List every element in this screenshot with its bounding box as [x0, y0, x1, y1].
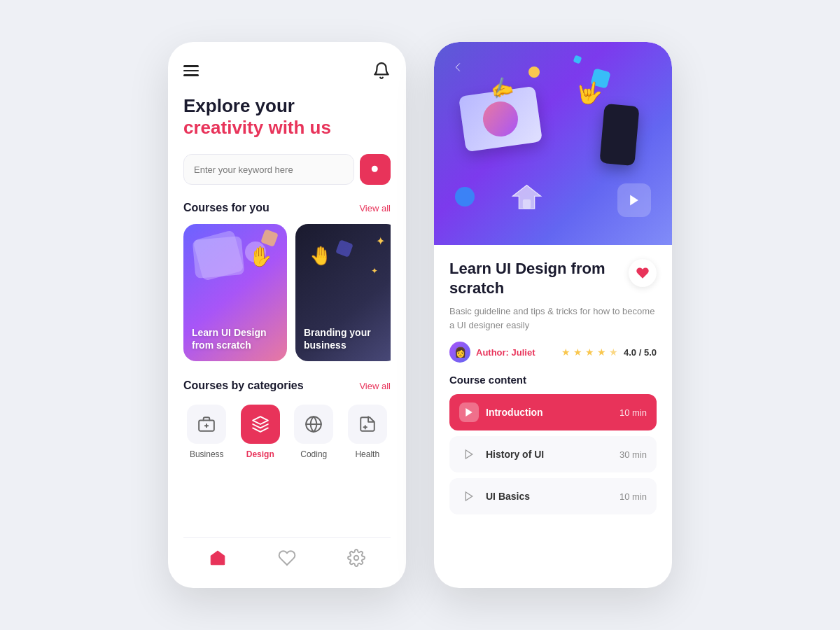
nav-settings[interactable]	[347, 549, 365, 567]
search-button[interactable]	[360, 154, 391, 185]
svg-marker-9	[630, 195, 638, 206]
business-label: Business	[190, 449, 224, 459]
search-input[interactable]	[183, 154, 354, 185]
nav-favorites[interactable]	[278, 549, 296, 567]
courses-row: ✋ Learn UI Design from scratch 🤚 ✦ ✦ Bra…	[183, 224, 391, 361]
course-description: Basic guideline and tips & tricks for ho…	[449, 304, 657, 332]
svg-marker-12	[465, 492, 472, 500]
course-card-1[interactable]: ✋ Learn UI Design from scratch	[183, 224, 287, 361]
lesson-history[interactable]: History of UI 30 min	[449, 436, 657, 472]
courses-view-all[interactable]: View all	[359, 203, 391, 214]
hero-hand-obj: 🤟	[576, 80, 602, 105]
health-icon-box	[348, 405, 387, 444]
category-health[interactable]: Health	[344, 405, 391, 459]
categories-row: Business Design Coding	[183, 405, 391, 459]
hero-play-button[interactable]	[617, 183, 651, 217]
play-icon-basics	[459, 486, 479, 506]
svg-marker-10	[465, 408, 472, 416]
course-hero-image: ✍️ 🤟	[434, 42, 672, 245]
right-phone: ✍️ 🤟 Learn UI Design from scratch Basic …	[434, 42, 672, 588]
lesson-introduction-label: Introduction	[486, 407, 543, 418]
play-icon-introduction	[459, 402, 479, 422]
left-phone: Explore your creativity with us Courses …	[168, 42, 406, 588]
notification-icon[interactable]	[372, 62, 391, 80]
health-label: Health	[355, 449, 379, 459]
lesson-basics-label: UI Basics	[486, 491, 530, 502]
rating-value: 4.0 / 5.0	[624, 347, 657, 358]
back-button[interactable]	[447, 56, 469, 78]
bottom-nav	[183, 537, 391, 574]
category-business[interactable]: Business	[183, 405, 230, 459]
course-card-2[interactable]: 🤚 ✦ ✦ Branding your business	[295, 224, 391, 361]
star-2: ★	[573, 346, 582, 358]
course-detail-header: Learn UI Design from scratch	[449, 259, 657, 298]
favorite-button[interactable]	[629, 259, 657, 287]
category-coding[interactable]: Coding	[290, 405, 337, 459]
hero-phone-obj	[599, 104, 639, 166]
course-detail-title: Learn UI Design from scratch	[449, 259, 620, 298]
author-text: Author: Juliet	[476, 347, 536, 358]
coding-icon-box	[294, 405, 333, 444]
design-label: Design	[246, 449, 274, 459]
lesson-history-duration: 30 min	[620, 449, 647, 460]
svg-rect-8	[523, 200, 531, 209]
coding-label: Coding	[300, 449, 327, 459]
lesson-basics[interactable]: UI Basics 10 min	[449, 478, 657, 514]
nav-home[interactable]	[209, 549, 227, 567]
play-icon-history	[459, 444, 479, 464]
author-avatar: 👩	[449, 342, 470, 363]
hero-sphere-obj	[455, 187, 475, 206]
course-detail: Learn UI Design from scratch Basic guide…	[434, 245, 672, 588]
categories-title: Courses by categories	[183, 379, 304, 392]
lesson-introduction[interactable]: Introduction 10 min	[449, 394, 657, 430]
search-row	[183, 154, 391, 185]
svg-marker-11	[465, 450, 472, 458]
courses-section-header: Courses for you View all	[183, 202, 391, 214]
top-bar	[183, 62, 391, 80]
course-content-title: Course content	[449, 374, 657, 386]
lesson-introduction-duration: 10 min	[620, 407, 647, 418]
author-rating-row: 👩 Author: Juliet ★ ★ ★ ★ ★ 4.0 / 5.0	[449, 342, 657, 363]
rating-row: ★ ★ ★ ★ ★ 4.0 / 5.0	[561, 346, 657, 358]
lesson-basics-duration: 10 min	[620, 491, 647, 502]
categories-view-all[interactable]: View all	[359, 381, 391, 391]
courses-title: Courses for you	[183, 202, 270, 214]
category-design[interactable]: Design	[237, 405, 284, 459]
svg-point-7	[354, 556, 358, 561]
categories-section-header: Courses by categories View all	[183, 379, 391, 392]
star-1: ★	[561, 346, 570, 358]
menu-icon[interactable]	[183, 65, 199, 76]
course-card-2-label: Branding your business	[304, 326, 391, 351]
lesson-history-label: History of UI	[486, 449, 544, 460]
author-info: 👩 Author: Juliet	[449, 342, 536, 363]
star-3: ★	[585, 346, 594, 358]
star-5: ★	[609, 346, 618, 358]
business-icon-box	[187, 405, 226, 444]
hero-house-obj	[511, 182, 542, 210]
star-4: ★	[597, 346, 606, 358]
design-icon-box	[241, 405, 280, 444]
hero-title: Explore your creativity with us	[183, 95, 391, 139]
course-card-1-label: Learn UI Design from scratch	[192, 326, 280, 351]
